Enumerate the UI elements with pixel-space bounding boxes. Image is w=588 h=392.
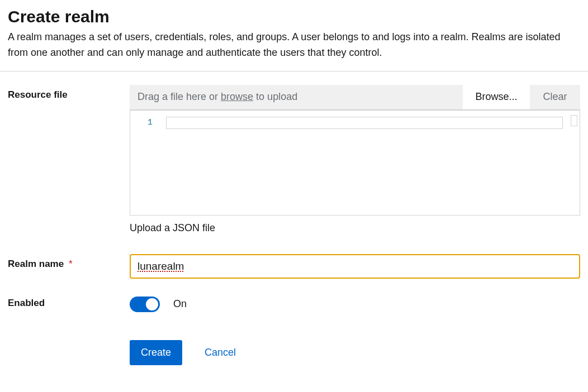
page-description: A realm manages a set of users, credenti…: [8, 30, 580, 61]
cancel-button[interactable]: Cancel: [205, 347, 236, 358]
enabled-label: Enabled: [8, 297, 130, 309]
section-divider: [0, 71, 588, 71]
realm-name-input[interactable]: [130, 254, 580, 279]
drop-hint-suffix: to upload: [253, 91, 297, 102]
required-indicator: *: [69, 259, 73, 269]
code-editor[interactable]: 1: [130, 109, 580, 216]
toggle-knob: [146, 298, 158, 310]
drop-hint-prefix: Drag a file here or: [137, 91, 221, 102]
page-title: Create realm: [8, 6, 580, 27]
clear-button[interactable]: Clear: [530, 85, 580, 109]
resource-file-label: Resource file: [8, 85, 130, 101]
file-upload-bar: Drag a file here or browse to upload Bro…: [130, 85, 580, 109]
line-number: 1: [137, 116, 164, 130]
browse-button[interactable]: Browse...: [463, 85, 530, 109]
enabled-state-label: On: [173, 298, 187, 310]
file-drop-zone[interactable]: Drag a file here or browse to upload: [130, 85, 463, 109]
editor-scrollbar[interactable]: [571, 115, 577, 126]
create-button[interactable]: Create: [130, 340, 182, 365]
drop-hint-link[interactable]: browse: [221, 91, 253, 102]
code-line-empty[interactable]: [166, 117, 563, 129]
enabled-toggle[interactable]: [130, 297, 160, 312]
realm-name-label: Realm name *: [8, 254, 130, 270]
resource-file-helper: Upload a JSON file: [130, 222, 580, 234]
